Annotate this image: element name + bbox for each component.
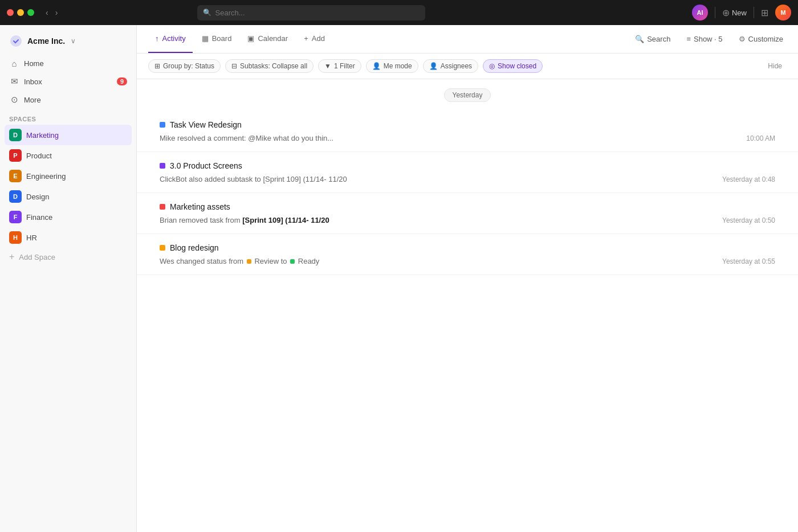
filter-assignees[interactable]: 👤 Assignees bbox=[423, 59, 478, 73]
back-button[interactable]: ‹ bbox=[43, 7, 51, 18]
activity-time-1: 10:00 AM bbox=[746, 134, 775, 142]
search-action-label: Search bbox=[647, 35, 670, 43]
engineering-space-icon: E bbox=[9, 170, 22, 182]
ai-badge[interactable]: AI bbox=[692, 5, 708, 21]
brand-logo bbox=[9, 34, 23, 48]
forward-button[interactable]: › bbox=[53, 7, 60, 18]
topbar-search-input[interactable] bbox=[197, 5, 425, 21]
sidebar-item-finance[interactable]: F Finance bbox=[5, 207, 132, 227]
sidebar-brand[interactable]: Acme Inc. ∨ bbox=[0, 30, 136, 55]
activity-card-task-view-redesign[interactable]: Task View Redesign Mike resolved a comme… bbox=[137, 111, 798, 152]
main-layout: Acme Inc. ∨ ⌂ Home ✉ Inbox 9 ⊙ More Spac… bbox=[0, 25, 798, 532]
topbar-divider2 bbox=[754, 7, 754, 18]
sidebar-item-product[interactable]: P Product bbox=[5, 145, 132, 166]
content-header: ↑ Activity ▦ Board ▣ Calendar + Add bbox=[137, 25, 798, 54]
activity-feed: Yesterday Task View Redesign Mike resolv… bbox=[137, 79, 798, 532]
marketing-space-icon: D bbox=[9, 129, 22, 141]
activity-title-2: 3.0 Product Screens bbox=[160, 161, 775, 170]
activity-desc-highlight-3: [Sprint 109] (11/14- 11/20 bbox=[242, 216, 329, 224]
new-button[interactable]: ⊕ New bbox=[722, 7, 747, 18]
activity-detail-3: Brian removed task from [Sprint 109] (11… bbox=[160, 216, 775, 224]
sidebar-item-more[interactable]: ⊙ More bbox=[5, 91, 132, 109]
activity-desc-4: Wes changed status from Review to Ready bbox=[160, 257, 319, 265]
status-from-label: Review bbox=[254, 257, 279, 265]
board-tab-icon: ▦ bbox=[202, 34, 209, 43]
tab-add-label: Add bbox=[312, 34, 325, 43]
topbar-search-icon: 🔍 bbox=[203, 9, 211, 17]
tab-calendar[interactable]: ▣ Calendar bbox=[241, 25, 295, 53]
minimize-dot[interactable] bbox=[17, 9, 24, 16]
design-space-label: Design bbox=[26, 193, 49, 201]
filter-subtasks[interactable]: ⊟ Subtasks: Collapse all bbox=[225, 59, 314, 73]
status-to-label: Ready bbox=[298, 257, 320, 265]
show-action[interactable]: ≡ Show · 5 bbox=[683, 32, 726, 46]
tab-board[interactable]: ▦ Board bbox=[195, 25, 239, 53]
hide-button[interactable]: Hide bbox=[763, 60, 787, 72]
sidebar-item-design[interactable]: D Design bbox=[5, 186, 132, 207]
activity-detail-1: Mike resolved a comment: @Mike what do y… bbox=[160, 134, 775, 142]
show-action-icon: ≡ bbox=[686, 35, 691, 43]
activity-time-4: Yesterday at 0:55 bbox=[722, 257, 775, 265]
task-dot-red bbox=[160, 204, 165, 210]
topbar: ‹ › 🔍 AI ⊕ New ⊞ M bbox=[0, 0, 798, 25]
hr-space-label: HR bbox=[26, 234, 37, 242]
close-dot[interactable] bbox=[7, 9, 14, 16]
calendar-tab-icon: ▣ bbox=[247, 34, 254, 43]
filter-filter[interactable]: ▼ 1 Filter bbox=[318, 59, 361, 73]
activity-desc-prefix-3: Brian removed task from bbox=[160, 216, 242, 224]
customize-action-icon: ⚙ bbox=[739, 35, 746, 43]
brand-chevron-icon: ∨ bbox=[71, 37, 76, 45]
filter-filter-label: 1 Filter bbox=[334, 62, 355, 70]
activity-card-product-screens[interactable]: 3.0 Product Screens ClickBot also added … bbox=[137, 152, 798, 193]
filter-show-closed[interactable]: ◎ Show closed bbox=[483, 59, 543, 73]
maximize-dot[interactable] bbox=[27, 9, 34, 16]
sidebar-nav: ⌂ Home ✉ Inbox 9 ⊙ More bbox=[0, 55, 136, 109]
filter-group-by[interactable]: ⊞ Group by: Status bbox=[148, 59, 221, 73]
sidebar-item-marketing[interactable]: D Marketing bbox=[5, 125, 132, 145]
tab-activity[interactable]: ↑ Activity bbox=[148, 25, 193, 53]
activity-detail-2: ClickBot also added subtask to [Sprint 1… bbox=[160, 175, 775, 183]
topbar-search-area: 🔍 bbox=[197, 5, 425, 21]
customize-action[interactable]: ⚙ Customize bbox=[735, 32, 787, 46]
spaces-section-label: Spaces bbox=[0, 109, 136, 125]
search-action-icon: 🔍 bbox=[635, 35, 644, 43]
nav-arrows: ‹ › bbox=[43, 7, 60, 18]
activity-card-blog-redesign[interactable]: Blog redesign Wes changed status from Re… bbox=[137, 234, 798, 275]
sidebar-item-engineering[interactable]: E Engineering bbox=[5, 166, 132, 186]
sidebar-item-inbox[interactable]: ✉ Inbox 9 bbox=[5, 72, 132, 91]
status-dot-to bbox=[290, 259, 295, 264]
activity-title-text-1: Task View Redesign bbox=[170, 120, 242, 129]
design-space-icon: D bbox=[9, 190, 22, 203]
show-action-label: Show · 5 bbox=[694, 35, 723, 43]
product-space-label: Product bbox=[26, 152, 52, 160]
show-closed-icon: ◎ bbox=[489, 62, 495, 70]
date-divider: Yesterday bbox=[137, 79, 798, 111]
sidebar-item-hr[interactable]: H HR bbox=[5, 227, 132, 248]
hr-space-icon: H bbox=[9, 231, 22, 244]
subtasks-icon: ⊟ bbox=[231, 62, 237, 70]
product-space-icon: P bbox=[9, 149, 22, 162]
activity-title-text-2: 3.0 Product Screens bbox=[170, 161, 242, 170]
task-dot-blue bbox=[160, 122, 165, 128]
activity-card-marketing-assets[interactable]: Marketing assets Brian removed task from… bbox=[137, 193, 798, 234]
sidebar-item-home[interactable]: ⌂ Home bbox=[5, 55, 132, 72]
activity-title-4: Blog redesign bbox=[160, 243, 775, 252]
add-tab-icon: + bbox=[304, 34, 308, 43]
filter-subtasks-label: Subtasks: Collapse all bbox=[240, 62, 307, 70]
add-space-plus-icon: + bbox=[9, 252, 14, 262]
marketing-space-label: Marketing bbox=[26, 131, 59, 140]
add-space-label: Add Space bbox=[19, 253, 55, 261]
status-change-to: to bbox=[281, 257, 289, 265]
activity-title-text-4: Blog redesign bbox=[170, 243, 219, 252]
window-controls bbox=[7, 9, 34, 16]
avatar[interactable]: M bbox=[775, 5, 791, 21]
sidebar-item-inbox-label: Inbox bbox=[24, 77, 42, 86]
grid-icon[interactable]: ⊞ bbox=[761, 7, 768, 18]
topbar-right: AI ⊕ New ⊞ M bbox=[692, 5, 791, 21]
inbox-badge: 9 bbox=[117, 77, 127, 85]
filter-me-mode[interactable]: 👤 Me mode bbox=[366, 59, 418, 73]
header-actions: 🔍 Search ≡ Show · 5 ⚙ Customize bbox=[632, 32, 787, 46]
search-action[interactable]: 🔍 Search bbox=[632, 32, 674, 46]
tab-add[interactable]: + Add bbox=[297, 25, 332, 53]
add-space-button[interactable]: + Add Space bbox=[5, 248, 132, 266]
